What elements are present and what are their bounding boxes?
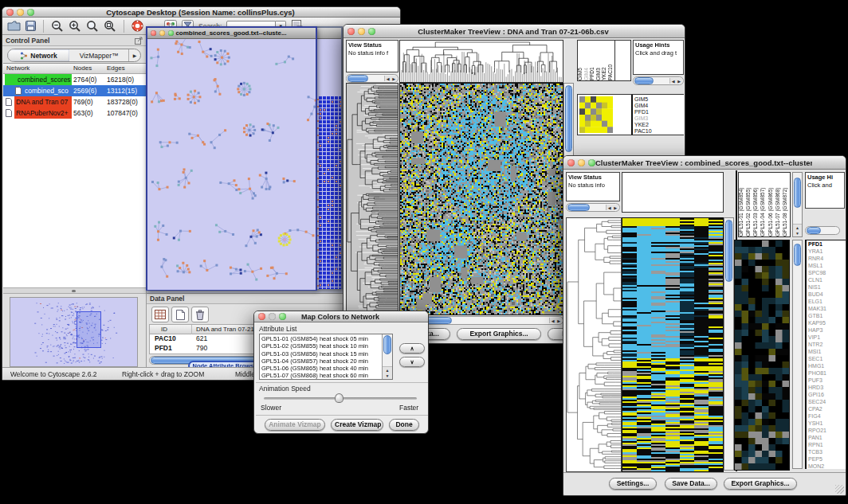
network-frame-titlebar[interactable]: combined_scores_good.txt--cluste... <box>147 28 316 39</box>
tv1-export-graphics-button[interactable]: Export Graphics... <box>457 328 541 340</box>
tv2-row-dendrogram[interactable] <box>566 217 622 472</box>
tv2-heatmap-vscrollbar[interactable] <box>724 217 734 471</box>
col-network[interactable]: Network <box>6 64 29 72</box>
gene-list-item[interactable]: HRD3 <box>807 384 846 391</box>
tv2-column-label[interactable]: GPL51-08 (GSM872) <box>783 173 790 236</box>
minimize-button[interactable] <box>269 313 276 320</box>
gene-list-item[interactable]: PUF3 <box>807 377 846 384</box>
save-icon[interactable] <box>26 21 36 31</box>
zoom-button[interactable] <box>168 30 174 36</box>
zoom-button[interactable] <box>27 9 34 16</box>
gene-list-item[interactable]: RPN1 <box>807 441 846 448</box>
hscroll-arrows[interactable]: ◀▶ <box>669 78 682 84</box>
arrow-left-icon[interactable]: ◀ <box>552 318 555 323</box>
dense-network-canvas[interactable] <box>317 39 341 289</box>
attribute-select-button[interactable] <box>151 307 169 322</box>
vscroll-thumb[interactable] <box>565 85 572 152</box>
hscroll-arrows[interactable]: ◀▶ <box>384 76 397 81</box>
arrow-left-icon[interactable]: ◀ <box>387 76 390 81</box>
vscroll-arrows[interactable]: ▲▼ <box>383 366 392 379</box>
vscroll-thumb[interactable] <box>794 178 801 208</box>
arrow-down-icon[interactable]: ▼ <box>795 231 799 236</box>
tv1-row-dendrogram[interactable] <box>346 83 398 315</box>
tab-vizmapper[interactable]: VizMapper™ <box>69 49 128 61</box>
hscroll-arrows[interactable]: ◀▶ <box>549 318 562 323</box>
gene-list-item[interactable]: BUD4 <box>807 291 846 298</box>
network-canvas[interactable] <box>147 39 316 290</box>
zoom-selected-icon[interactable] <box>86 20 99 33</box>
tv1-column-label[interactable]: GIM5 <box>578 41 584 80</box>
attribute-list-item[interactable]: GPL51-01 (GSM854) heat shock 05 min <box>260 335 383 342</box>
tv2-hints-hscrollbar[interactable] <box>805 226 840 235</box>
resize-grip[interactable] <box>835 485 844 494</box>
gene-list-item[interactable]: NIS1 <box>807 283 846 291</box>
tv2-column-label[interactable]: GPL51-04 (GSM857) <box>760 173 768 236</box>
tv1-zoom-row-label[interactable]: YKE2 <box>634 122 684 128</box>
new-attribute-button[interactable] <box>171 307 189 322</box>
gene-list-item[interactable]: PFD1 <box>807 240 846 248</box>
tv1-zoom-row-label[interactable]: PAC10 <box>634 128 684 135</box>
attribute-list-item[interactable]: GPL51-06 (GSM865) heat shock 40 min <box>260 365 383 372</box>
help-lifebuoy-icon[interactable] <box>132 20 143 32</box>
gene-list-item[interactable]: SEC24 <box>807 398 846 405</box>
tabs-overflow-button[interactable]: ▶ <box>128 49 140 61</box>
zoom-fit-icon[interactable] <box>104 20 116 33</box>
animate-vizmap-button[interactable]: Animate Vizmap <box>265 419 325 431</box>
attribute-list-item[interactable]: GPL51-07 (GSM868) heat shock 60 min <box>260 372 383 379</box>
tv2-settings-button[interactable]: Settings... <box>609 478 657 490</box>
overview-viewport-rect[interactable] <box>77 311 101 348</box>
gene-list-item[interactable]: GTB1 <box>807 312 846 319</box>
dialog-titlebar[interactable]: Map Colors to Network <box>254 311 428 322</box>
treeview2-titlebar[interactable]: ClusterMaker TreeView : combined_scores_… <box>563 156 846 170</box>
create-vizmap-button[interactable]: Create Vizmap <box>331 419 383 431</box>
hscroll-thumb[interactable] <box>807 227 821 234</box>
gene-list-item[interactable]: ELG1 <box>807 298 846 305</box>
tv1-heatmap[interactable] <box>399 83 563 315</box>
tv2-heatmap[interactable] <box>622 217 724 472</box>
arrow-right-icon[interactable]: ▶ <box>677 79 681 84</box>
close-button[interactable] <box>347 28 355 35</box>
vscroll-thumb[interactable] <box>725 220 732 282</box>
tv2-export-graphics-button[interactable]: Export Graphics... <box>724 478 797 490</box>
tv1-zoom-matrix[interactable] <box>579 96 613 133</box>
close-button[interactable] <box>567 159 575 166</box>
panel-split-handle[interactable] <box>3 287 146 294</box>
attribute-list-item[interactable]: GPL51-04 (GSM857) heat shock 20 min <box>260 357 383 365</box>
main-titlebar[interactable]: Cytoscape Desktop (Session Name: collins… <box>2 7 400 18</box>
done-button[interactable]: Done <box>389 419 419 431</box>
speed-slider-thumb[interactable] <box>335 393 344 403</box>
gene-list-item[interactable]: PAN1 <box>807 434 846 441</box>
gene-list-item[interactable]: PHO81 <box>807 369 846 377</box>
close-button[interactable] <box>258 313 265 320</box>
attribute-list-item[interactable]: GPL51-03 (GSM856) heat shock 15 min <box>260 350 383 357</box>
tv2-column-label[interactable]: GPL51-06 (GSM865) <box>768 173 775 236</box>
hscroll-arrows[interactable]: ◀▶ <box>606 205 618 210</box>
gene-list-item[interactable]: FIG4 <box>807 412 846 420</box>
tv1-hints-hscrollbar[interactable]: ◀▶ <box>633 76 684 85</box>
tv2-column-label[interactable]: GPL51-01 (GSM854) <box>739 173 746 236</box>
arrow-down-icon[interactable]: ▼ <box>386 373 390 378</box>
vscroll-arrows[interactable]: ▲▼ <box>793 224 802 236</box>
tv1-column-label[interactable]: PFD1 <box>590 41 596 80</box>
tv1-column-dendrogram[interactable] <box>399 40 563 83</box>
float-panel-icon[interactable] <box>135 37 143 45</box>
arrow-up-icon[interactable]: ▲ <box>386 368 390 373</box>
tv2-column-label[interactable]: GPL51-07 (GSM868) <box>775 173 783 236</box>
zoom-button[interactable] <box>279 313 286 320</box>
gene-list-item[interactable]: MSI1 <box>807 348 846 355</box>
vscroll-thumb[interactable] <box>794 244 801 266</box>
close-button[interactable] <box>6 9 14 16</box>
arrow-left-icon[interactable]: ◀ <box>672 79 675 84</box>
treeview1-titlebar[interactable]: ClusterMaker TreeView : DNA and Tran 07-… <box>344 25 685 38</box>
gene-list-item[interactable]: TCB3 <box>807 448 846 455</box>
arrow-right-icon[interactable]: ▶ <box>614 205 617 210</box>
tv2-save-data-button[interactable]: Save Data... <box>665 478 717 490</box>
gene-list-item[interactable]: PEP5 <box>807 455 846 463</box>
network-row[interactable]: combined_sco2569(6)13112(15) <box>3 85 146 96</box>
attribute-list-item[interactable]: GPL51-02 (GSM855) heat shock 10 min <box>260 342 383 350</box>
gene-list-item[interactable]: SEC1 <box>807 355 846 362</box>
gene-list-item[interactable]: KAP95 <box>807 319 846 326</box>
arrow-right-icon[interactable]: ▶ <box>392 76 395 81</box>
tv1-zoom-row-label[interactable]: GIM3 <box>634 115 684 122</box>
close-button[interactable] <box>151 30 156 36</box>
